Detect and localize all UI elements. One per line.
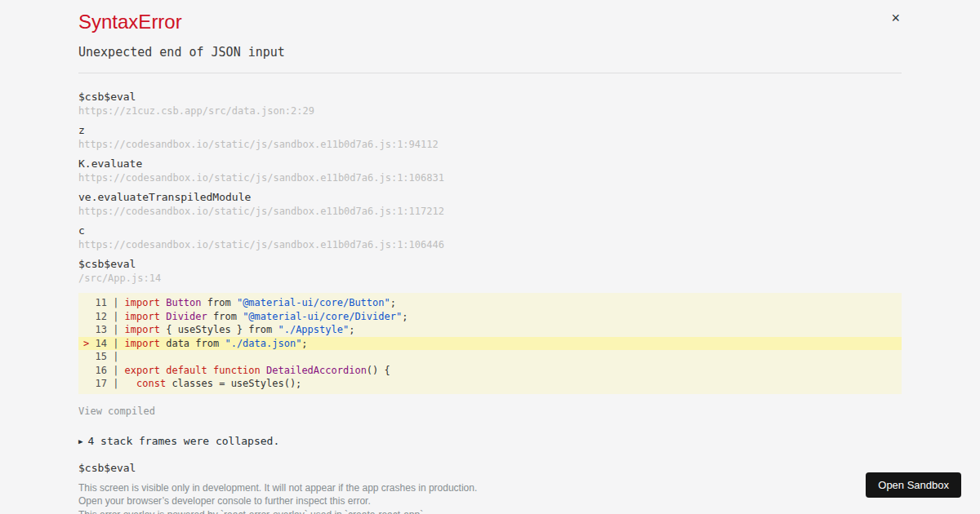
- code-token: classes = useStyles();: [166, 378, 301, 389]
- code-token: () {: [367, 365, 390, 376]
- stack-frame-function: ve.evaluateTranspiledModule: [78, 191, 902, 204]
- stack-frame-location-link[interactable]: https://codesandbox.io/static/js/sandbox…: [78, 238, 902, 251]
- gutter-spacer: [83, 351, 89, 362]
- error-message: Unexpected end of JSON input: [78, 45, 902, 60]
- stack-frame: ve.evaluateTranspiledModulehttps://codes…: [78, 191, 902, 218]
- code-line: 15 |: [78, 350, 902, 364]
- gutter-spacer: [83, 365, 89, 376]
- code-token: "@material-ui/core/Button": [237, 297, 390, 308]
- trailing-stack-frame-function: $csb$eval: [78, 461, 902, 475]
- stack-trace: $csb$evalhttps://z1cuz.csb.app/src/data.…: [78, 91, 902, 285]
- stack-frame-function: K.evaluate: [78, 157, 902, 171]
- code-token: Divider: [166, 311, 207, 322]
- code-token: data from: [160, 338, 225, 349]
- code-line: 16 | export default function DetailedAcc…: [78, 364, 902, 378]
- code-line-gutter: 12 |: [83, 311, 125, 322]
- code-token: default: [166, 365, 207, 376]
- footer-line: Open your browser’s developer console to…: [78, 494, 902, 508]
- code-token: const: [136, 378, 166, 389]
- divider: [78, 73, 902, 73]
- stack-frame-location-link[interactable]: https://codesandbox.io/static/js/sandbox…: [78, 205, 902, 218]
- code-token: "@material-ui/core/Divider": [243, 311, 402, 322]
- code-token: { useStyles } from: [160, 324, 278, 335]
- stack-frame-function: c: [78, 224, 902, 237]
- error-overlay: SyntaxError Unexpected end of JSON input…: [0, 0, 980, 514]
- stack-frame-function: $csb$eval: [78, 91, 902, 104]
- code-token: import: [125, 324, 160, 335]
- code-line-gutter: 13 |: [83, 324, 125, 335]
- stack-frame: zhttps://codesandbox.io/static/js/sandbo…: [78, 124, 902, 151]
- gutter-spacer: [83, 297, 89, 308]
- code-token: [207, 365, 213, 376]
- code-line-gutter: 17 |: [83, 378, 125, 389]
- stack-frame-location-link[interactable]: /src/App.js:14: [78, 272, 902, 285]
- stack-frame-location-link[interactable]: https://codesandbox.io/static/js/sandbox…: [78, 171, 902, 184]
- code-token: import: [125, 338, 160, 349]
- code-token: ;: [390, 297, 396, 308]
- code-line: 13 | import { useStyles } from "./Appsty…: [78, 323, 902, 337]
- stack-frame: K.evaluatehttps://codesandbox.io/static/…: [78, 157, 902, 184]
- code-token: export: [125, 365, 160, 376]
- code-token: "./data.json": [225, 338, 301, 349]
- code-line: 11 | import Button from "@material-ui/co…: [78, 296, 902, 310]
- code-line: 12 | import Divider from "@material-ui/c…: [78, 310, 902, 324]
- code-token: from: [202, 297, 237, 308]
- code-line-highlighted: > 14 | import data from "./data.json";: [78, 337, 902, 351]
- stack-frame: chttps://codesandbox.io/static/js/sandbo…: [78, 224, 902, 251]
- code-token: ;: [349, 324, 354, 335]
- error-title: SyntaxError: [78, 11, 902, 33]
- footer-line: This screen is visible only in developme…: [78, 481, 902, 495]
- code-token: ;: [402, 311, 408, 322]
- footer-note: This screen is visible only in developme…: [78, 481, 902, 514]
- code-frame: 11 | import Button from "@material-ui/co…: [78, 293, 902, 394]
- code-token: import: [125, 297, 160, 308]
- code-token: "./Appstyle": [278, 324, 349, 335]
- code-token: import: [125, 311, 160, 322]
- code-line: 17 | const classes = useStyles();: [78, 377, 902, 391]
- footer-line: This error overlay is powered by `react-…: [78, 508, 902, 514]
- code-line-gutter: 11 |: [83, 297, 125, 308]
- error-line-marker: >: [83, 338, 89, 349]
- code-token: Button: [166, 297, 201, 308]
- gutter-spacer: [83, 378, 89, 389]
- code-token: ;: [301, 338, 307, 349]
- stack-frame-location-link[interactable]: https://codesandbox.io/static/js/sandbox…: [78, 138, 902, 151]
- view-compiled-link[interactable]: View compiled: [78, 405, 155, 418]
- code-token: [261, 365, 266, 376]
- code-line-gutter: > 14 |: [83, 338, 125, 349]
- collapsed-frames-label: 4 stack frames were collapsed.: [87, 435, 279, 447]
- stack-frame-location-link[interactable]: https://z1cuz.csb.app/src/data.json:2:29: [78, 104, 902, 117]
- code-line-gutter: 16 |: [83, 365, 125, 376]
- code-token: [125, 378, 136, 389]
- stack-frame-function: z: [78, 124, 902, 137]
- open-sandbox-button[interactable]: Open Sandbox: [866, 472, 961, 498]
- code-token: from: [207, 311, 243, 322]
- code-token: function: [213, 365, 261, 376]
- collapsed-frames-toggle[interactable]: ▶4 stack frames were collapsed.: [78, 434, 902, 449]
- stack-frame: $csb$evalhttps://z1cuz.csb.app/src/data.…: [78, 91, 902, 117]
- stack-frame: $csb$eval/src/App.js:14: [78, 258, 902, 285]
- code-token: DetailedAccordion: [266, 365, 367, 376]
- expand-triangle-icon: ▶: [78, 437, 82, 445]
- gutter-spacer: [83, 324, 89, 335]
- code-line-gutter: 15 |: [83, 351, 125, 362]
- gutter-spacer: [83, 311, 89, 322]
- stack-frame-function: $csb$eval: [78, 258, 902, 271]
- close-icon[interactable]: ×: [891, 11, 900, 25]
